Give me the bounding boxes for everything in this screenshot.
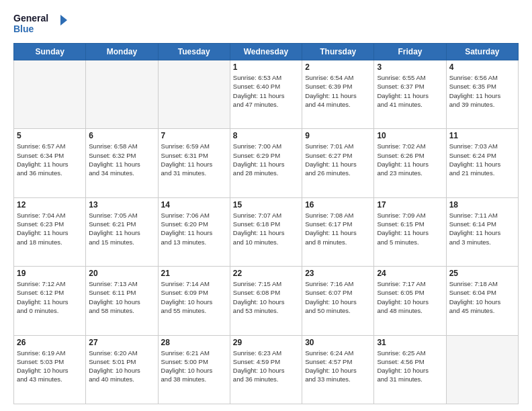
day-cell: 3Sunrise: 6:55 AMSunset: 6:37 PMDaylight… <box>374 60 446 129</box>
day-number: 20 <box>89 269 154 278</box>
day-cell: 16Sunrise: 7:08 AMSunset: 6:17 PMDayligh… <box>302 197 374 266</box>
day-cell: 19Sunrise: 7:12 AMSunset: 6:12 PMDayligh… <box>14 267 86 335</box>
day-info: Sunrise: 6:57 AMSunset: 6:34 PMDaylight:… <box>17 142 83 177</box>
day-info: Sunrise: 7:13 AMSunset: 6:11 PMDaylight:… <box>89 279 154 315</box>
day-info: Sunrise: 7:16 AMSunset: 6:07 PMDaylight:… <box>305 279 371 315</box>
day-cell: 30Sunrise: 6:24 AMSunset: 4:57 PMDayligh… <box>302 335 374 404</box>
day-number: 6 <box>89 131 154 140</box>
day-number: 28 <box>161 338 227 347</box>
day-cell: 1Sunrise: 6:53 AMSunset: 6:40 PMDaylight… <box>230 60 302 129</box>
day-number: 11 <box>449 131 515 140</box>
day-cell <box>158 60 230 129</box>
day-cell: 17Sunrise: 7:09 AMSunset: 6:15 PMDayligh… <box>374 197 446 266</box>
day-cell: 7Sunrise: 6:59 AMSunset: 6:31 PMDaylight… <box>158 129 230 197</box>
day-number: 10 <box>377 131 443 140</box>
day-info: Sunrise: 6:55 AMSunset: 6:37 PMDaylight:… <box>377 73 443 109</box>
day-number: 29 <box>233 338 299 347</box>
day-header-friday: Friday <box>374 44 446 60</box>
day-info: Sunrise: 7:04 AMSunset: 6:23 PMDaylight:… <box>17 211 83 246</box>
day-cell <box>446 335 518 404</box>
day-number: 14 <box>161 200 227 210</box>
day-number: 27 <box>89 338 154 347</box>
day-cell: 22Sunrise: 7:15 AMSunset: 6:08 PMDayligh… <box>230 267 302 335</box>
svg-text:Blue: Blue <box>13 24 34 34</box>
day-number: 1 <box>233 62 299 72</box>
day-cell: 8Sunrise: 7:00 AMSunset: 6:29 PMDaylight… <box>230 129 302 197</box>
day-info: Sunrise: 6:25 AMSunset: 4:56 PMDaylight:… <box>377 349 443 384</box>
day-cell: 24Sunrise: 7:17 AMSunset: 6:05 PMDayligh… <box>374 267 446 335</box>
day-number: 31 <box>377 338 443 347</box>
day-info: Sunrise: 6:23 AMSunset: 4:59 PMDaylight:… <box>233 349 299 384</box>
day-cell: 2Sunrise: 6:54 AMSunset: 6:39 PMDaylight… <box>302 60 374 129</box>
day-info: Sunrise: 7:03 AMSunset: 6:24 PMDaylight:… <box>449 142 515 177</box>
day-number: 7 <box>161 131 227 140</box>
day-info: Sunrise: 7:06 AMSunset: 6:20 PMDaylight:… <box>161 211 227 246</box>
day-info: Sunrise: 6:58 AMSunset: 6:32 PMDaylight:… <box>89 142 154 177</box>
header-row: SundayMondayTuesdayWednesdayThursdayFrid… <box>14 44 519 60</box>
day-cell: 31Sunrise: 6:25 AMSunset: 4:56 PMDayligh… <box>374 335 446 404</box>
day-info: Sunrise: 7:07 AMSunset: 6:18 PMDaylight:… <box>233 211 299 246</box>
day-info: Sunrise: 6:24 AMSunset: 4:57 PMDaylight:… <box>305 349 371 384</box>
day-number: 25 <box>449 269 515 278</box>
day-cell: 15Sunrise: 7:07 AMSunset: 6:18 PMDayligh… <box>230 197 302 266</box>
day-number: 24 <box>377 269 443 278</box>
day-info: Sunrise: 6:53 AMSunset: 6:40 PMDaylight:… <box>233 73 299 109</box>
day-header-tuesday: Tuesday <box>158 44 230 60</box>
day-number: 9 <box>305 131 371 140</box>
day-cell <box>86 60 158 129</box>
day-header-sunday: Sunday <box>14 44 86 60</box>
day-info: Sunrise: 7:09 AMSunset: 6:15 PMDaylight:… <box>377 211 443 246</box>
day-number: 21 <box>161 269 227 278</box>
day-number: 13 <box>89 200 154 210</box>
svg-text:General: General <box>13 13 48 24</box>
day-cell <box>14 60 86 129</box>
day-number: 18 <box>449 200 515 210</box>
day-cell: 23Sunrise: 7:16 AMSunset: 6:07 PMDayligh… <box>302 267 374 335</box>
day-cell: 5Sunrise: 6:57 AMSunset: 6:34 PMDaylight… <box>14 129 86 197</box>
week-row-3: 12Sunrise: 7:04 AMSunset: 6:23 PMDayligh… <box>14 197 519 266</box>
day-header-thursday: Thursday <box>302 44 374 60</box>
day-info: Sunrise: 6:20 AMSunset: 5:01 PMDaylight:… <box>89 349 154 384</box>
day-cell: 4Sunrise: 6:56 AMSunset: 6:35 PMDaylight… <box>446 60 518 129</box>
day-cell: 25Sunrise: 7:18 AMSunset: 6:04 PMDayligh… <box>446 267 518 335</box>
week-row-5: 26Sunrise: 6:19 AMSunset: 5:03 PMDayligh… <box>14 335 519 404</box>
day-cell: 10Sunrise: 7:02 AMSunset: 6:26 PMDayligh… <box>374 129 446 197</box>
day-cell: 9Sunrise: 7:01 AMSunset: 6:27 PMDaylight… <box>302 129 374 197</box>
day-cell: 18Sunrise: 7:11 AMSunset: 6:14 PMDayligh… <box>446 197 518 266</box>
day-number: 2 <box>305 62 371 72</box>
calendar-table: SundayMondayTuesdayWednesdayThursdayFrid… <box>13 43 519 404</box>
day-cell: 29Sunrise: 6:23 AMSunset: 4:59 PMDayligh… <box>230 335 302 404</box>
day-number: 26 <box>17 338 83 347</box>
day-number: 12 <box>17 200 83 210</box>
day-number: 23 <box>305 269 371 278</box>
day-info: Sunrise: 7:12 AMSunset: 6:12 PMDaylight:… <box>17 279 83 315</box>
day-cell: 12Sunrise: 7:04 AMSunset: 6:23 PMDayligh… <box>14 197 86 266</box>
day-number: 22 <box>233 269 299 278</box>
day-number: 5 <box>17 131 83 140</box>
day-info: Sunrise: 7:11 AMSunset: 6:14 PMDaylight:… <box>449 211 515 246</box>
day-number: 17 <box>377 200 443 210</box>
day-number: 16 <box>305 200 371 210</box>
day-info: Sunrise: 7:15 AMSunset: 6:08 PMDaylight:… <box>233 279 299 315</box>
day-info: Sunrise: 6:19 AMSunset: 5:03 PMDaylight:… <box>17 349 83 384</box>
day-number: 3 <box>377 62 443 72</box>
day-header-saturday: Saturday <box>446 44 518 60</box>
day-cell: 28Sunrise: 6:21 AMSunset: 5:00 PMDayligh… <box>158 335 230 404</box>
day-info: Sunrise: 6:56 AMSunset: 6:35 PMDaylight:… <box>449 73 515 109</box>
day-number: 15 <box>233 200 299 210</box>
header: General Blue <box>13 11 519 38</box>
day-number: 8 <box>233 131 299 140</box>
day-info: Sunrise: 6:59 AMSunset: 6:31 PMDaylight:… <box>161 142 227 177</box>
day-cell: 6Sunrise: 6:58 AMSunset: 6:32 PMDaylight… <box>86 129 158 197</box>
day-header-wednesday: Wednesday <box>230 44 302 60</box>
week-row-2: 5Sunrise: 6:57 AMSunset: 6:34 PMDaylight… <box>14 129 519 197</box>
day-info: Sunrise: 6:21 AMSunset: 5:00 PMDaylight:… <box>161 349 227 384</box>
day-info: Sunrise: 7:14 AMSunset: 6:09 PMDaylight:… <box>161 279 227 315</box>
day-cell: 13Sunrise: 7:05 AMSunset: 6:21 PMDayligh… <box>86 197 158 266</box>
day-number: 19 <box>17 269 83 278</box>
day-cell: 27Sunrise: 6:20 AMSunset: 5:01 PMDayligh… <box>86 335 158 404</box>
day-info: Sunrise: 7:01 AMSunset: 6:27 PMDaylight:… <box>305 142 371 177</box>
day-cell: 21Sunrise: 7:14 AMSunset: 6:09 PMDayligh… <box>158 267 230 335</box>
svg-marker-2 <box>60 15 67 26</box>
day-info: Sunrise: 7:17 AMSunset: 6:05 PMDaylight:… <box>377 279 443 315</box>
